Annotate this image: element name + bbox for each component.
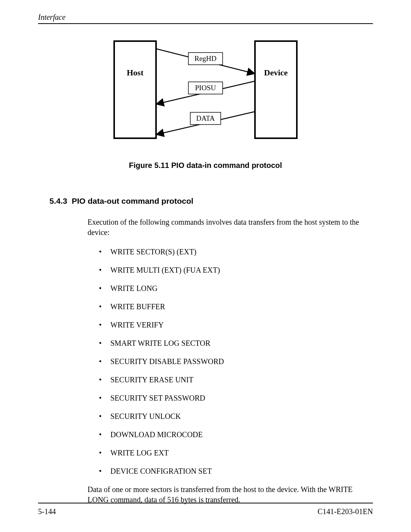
bullet-icon: • <box>99 356 110 366</box>
list-item-text: DOWNLOAD MICROCODE <box>110 430 203 439</box>
piosu-label: PIOSU <box>195 84 216 92</box>
list-item: •SECURITY UNLOCK <box>99 411 362 421</box>
bullet-icon: • <box>99 448 110 458</box>
device-box <box>255 41 297 138</box>
device-label: Device <box>264 68 288 77</box>
list-item-text: DEVICE CONFIGRATION SET <box>110 466 212 476</box>
list-item: •SECURITY SET PASSWORD <box>99 393 362 403</box>
host-label: Host <box>127 68 144 77</box>
bullet-icon: • <box>99 411 110 421</box>
section-heading: 5.4.3 PIO data-out command protocol <box>49 197 373 206</box>
intro-paragraph: Execution of the following commands invo… <box>88 217 362 238</box>
figure-diagram: Host Device RegHD PIOSU DATA <box>38 39 373 146</box>
list-item: •SMART WRITE LOG SECTOR <box>99 338 362 348</box>
list-item: •WRITE LONG <box>99 283 362 293</box>
list-item: •SECURITY ERASE UNIT <box>99 375 362 385</box>
bullet-icon: • <box>99 265 110 275</box>
host-box <box>114 41 156 138</box>
page-number: 5-144 <box>38 507 56 516</box>
bullet-list: •WRITE SECTOR(S) (EXT) •WRITE MULTI (EXT… <box>99 247 362 476</box>
section-title: PIO data-out command protocol <box>72 197 193 205</box>
bullet-icon: • <box>99 466 110 476</box>
list-item: •WRITE LOG EXT <box>99 448 362 458</box>
bullet-icon: • <box>99 283 110 293</box>
bullet-icon: • <box>99 302 110 312</box>
list-item: •WRITE MULTI (EXT) (FUA EXT) <box>99 265 362 275</box>
figure-caption: Figure 5.11 PIO data-in command protocol <box>38 161 373 170</box>
list-item-text: WRITE BUFFER <box>110 302 165 312</box>
list-item: •WRITE SECTOR(S) (EXT) <box>99 247 362 257</box>
list-item-text: WRITE LOG EXT <box>110 448 169 458</box>
list-item-text: WRITE MULTI (EXT) (FUA EXT) <box>110 265 220 275</box>
bullet-icon: • <box>99 375 110 385</box>
bullet-icon: • <box>99 247 110 257</box>
list-item-text: WRITE SECTOR(S) (EXT) <box>110 247 196 257</box>
reghd-label: RegHD <box>194 54 217 62</box>
list-item: •WRITE BUFFER <box>99 302 362 312</box>
list-item: •DEVICE CONFIGRATION SET <box>99 466 362 476</box>
document-id: C141-E203-01EN <box>317 507 373 516</box>
data-label: DATA <box>196 114 215 122</box>
bullet-icon: • <box>99 320 110 330</box>
list-item-text: SECURITY DISABLE PASSWORD <box>110 356 224 366</box>
list-item: •SECURITY DISABLE PASSWORD <box>99 356 362 366</box>
list-item-text: SECURITY UNLOCK <box>110 411 181 421</box>
protocol-diagram-svg: Host Device RegHD PIOSU DATA <box>110 39 301 146</box>
list-item-text: SECURITY ERASE UNIT <box>110 375 193 385</box>
bullet-icon: • <box>99 430 110 439</box>
list-item-text: SECURITY SET PASSWORD <box>110 393 205 403</box>
list-item: •WRITE VERIFY <box>99 320 362 330</box>
section-number: 5.4.3 <box>49 197 67 205</box>
header-section-name: Interface <box>38 13 65 21</box>
list-item: •DOWNLOAD MICROCODE <box>99 430 362 439</box>
bullet-icon: • <box>99 393 110 403</box>
list-item-text: WRITE VERIFY <box>110 320 164 330</box>
page-footer: 5-144 C141-E203-01EN <box>38 503 373 516</box>
bullet-icon: • <box>99 338 110 348</box>
closing-paragraph: Data of one or more sectors is transferr… <box>88 484 362 505</box>
list-item-text: WRITE LONG <box>110 283 158 293</box>
list-item-text: SMART WRITE LOG SECTOR <box>110 338 210 348</box>
page-header: Interface <box>38 13 373 24</box>
